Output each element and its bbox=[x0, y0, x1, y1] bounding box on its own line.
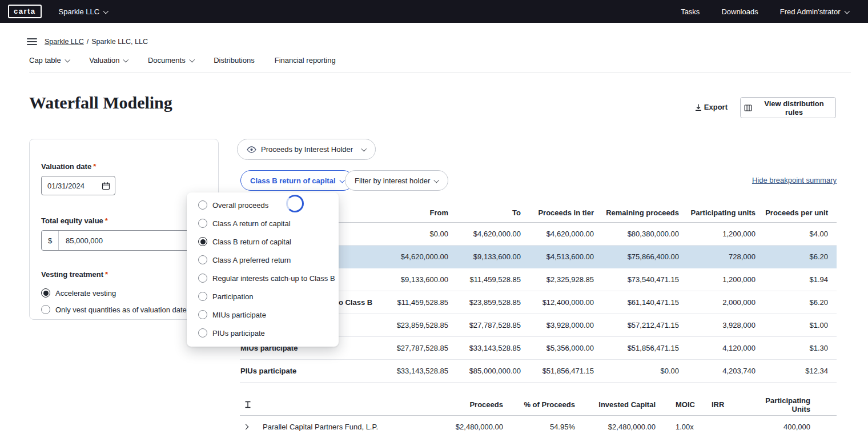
header-to: To bbox=[448, 208, 521, 217]
proceeds-in-tier-cell: $4,513,600.00 bbox=[521, 252, 594, 261]
holder-pct-cell: 54.95% bbox=[503, 423, 575, 431]
breadcrumb-current: Sparkle LLC, LLC bbox=[91, 38, 148, 46]
user-name: Fred Admin'strator bbox=[780, 7, 841, 16]
currency-prefix: $ bbox=[42, 231, 59, 250]
topbar: carta Sparkle LLC Tasks Downloads Fred A… bbox=[0, 0, 868, 23]
to-cell: $33,143,528.85 bbox=[448, 344, 521, 352]
header-proceeds: Proceeds bbox=[417, 400, 503, 409]
carta-logo[interactable]: carta bbox=[8, 5, 42, 18]
valuation-date-value: 01/31/2024 bbox=[47, 182, 85, 190]
proceeds-per-unit-cell: $4.00 bbox=[756, 230, 837, 238]
breadcrumb: Sparkle LLC / Sparkle LLC, LLC bbox=[27, 38, 148, 46]
menu-option-label: Class B return of capital bbox=[212, 238, 291, 246]
remaining-proceeds-cell: $61,140,471.15 bbox=[594, 298, 679, 307]
chevron-down-icon bbox=[103, 8, 108, 13]
proceeds-per-unit-cell: $1.00 bbox=[756, 321, 837, 329]
breakpoint-row[interactable]: PIUs participate $33,143,528.85 $85,000,… bbox=[240, 360, 837, 383]
vesting-treatment-label: Vesting treatment* bbox=[41, 270, 207, 279]
expand-row-icon[interactable] bbox=[243, 424, 249, 430]
chevron-down-icon bbox=[434, 177, 439, 182]
nav-item[interactable]: Cap table bbox=[29, 56, 69, 65]
header-pct-of-proceeds: % of Proceeds bbox=[503, 400, 575, 409]
menu-option[interactable]: Class A return of capital bbox=[187, 214, 339, 232]
user-menu[interactable]: Fred Admin'strator bbox=[780, 7, 849, 16]
remaining-proceeds-cell: $75,866,400.00 bbox=[594, 252, 679, 261]
valuation-date-label: Valuation date* bbox=[41, 162, 207, 171]
proceeds-per-unit-cell: $1.30 bbox=[756, 344, 837, 352]
nav-divider bbox=[29, 73, 851, 73]
remaining-proceeds-cell: $57,212,471.15 bbox=[594, 321, 679, 329]
nav-item-label: Distributions bbox=[214, 56, 255, 65]
breakpoint-dropdown[interactable]: Class B return of capital bbox=[240, 170, 353, 191]
company-switcher[interactable]: Sparkle LLC bbox=[59, 7, 108, 16]
header-from: From bbox=[337, 208, 448, 217]
menu-option[interactable]: Overall proceeds bbox=[187, 196, 339, 214]
vesting-option[interactable]: Accelerate vesting bbox=[41, 288, 207, 298]
menu-option[interactable]: Class A preferred return bbox=[187, 251, 339, 269]
view-distribution-rules-button[interactable]: View distribution rules bbox=[740, 97, 836, 118]
menu-option[interactable]: Class B return of capital bbox=[187, 232, 339, 251]
download-icon bbox=[694, 103, 702, 111]
tasks-link[interactable]: Tasks bbox=[681, 7, 700, 16]
vesting-option[interactable]: Only vest quantities as of valuation dat… bbox=[41, 305, 207, 314]
radio-icon bbox=[41, 288, 50, 298]
proceeds-in-tier-cell: $5,356,000.00 bbox=[521, 344, 594, 352]
nav-item[interactable]: Documents bbox=[148, 56, 194, 65]
nav-item-label: Financial reporting bbox=[275, 56, 336, 65]
holder-units-cell: 400,000 bbox=[748, 423, 837, 431]
radio-icon bbox=[41, 305, 50, 314]
holder-proceeds-cell: $2,480,000.00 bbox=[417, 423, 503, 431]
breadcrumb-link[interactable]: Sparkle LLC bbox=[45, 38, 84, 46]
expand-rows-icon[interactable] bbox=[244, 401, 252, 408]
nav-item-label: Valuation bbox=[89, 56, 119, 65]
participating-units-cell: 728,000 bbox=[679, 252, 756, 261]
total-equity-label: Total equity value* bbox=[41, 216, 207, 225]
header-participating-units: Participating units bbox=[679, 208, 756, 217]
radio-icon bbox=[198, 219, 207, 228]
remaining-proceeds-cell: $80,380,000.00 bbox=[594, 230, 679, 238]
holder-row[interactable]: Parallel Capital Partners Fund, L.P. $2,… bbox=[240, 416, 837, 434]
chevron-down-icon bbox=[844, 8, 849, 13]
required-asterisk: * bbox=[105, 270, 108, 279]
from-cell: $9,133,600.00 bbox=[337, 275, 448, 284]
proceeds-in-tier-cell: $12,400,000.00 bbox=[521, 298, 594, 307]
nav-item[interactable]: Financial reporting bbox=[275, 56, 336, 65]
filter-dropdown[interactable]: Filter by interest holder bbox=[345, 170, 448, 191]
nav-item[interactable]: Valuation bbox=[89, 56, 128, 65]
proceeds-in-tier-cell: $51,856,471.15 bbox=[521, 367, 594, 375]
export-button[interactable]: Export bbox=[694, 103, 728, 111]
radio-icon bbox=[198, 292, 207, 301]
nav-item[interactable]: Distributions bbox=[214, 56, 255, 65]
downloads-link[interactable]: Downloads bbox=[721, 7, 758, 16]
breadcrumb-separator: / bbox=[87, 38, 89, 46]
calendar-icon[interactable] bbox=[102, 182, 110, 190]
section-nav: Cap table Valuation Documents Distributi… bbox=[29, 56, 336, 65]
chevron-down-icon bbox=[65, 57, 70, 62]
holders-table-body: Parallel Capital Partners Fund, L.P. $2,… bbox=[240, 416, 837, 434]
hide-breakpoint-summary-link[interactable]: Hide breakpoint summary bbox=[752, 176, 837, 184]
menu-option[interactable]: Participation bbox=[187, 287, 339, 306]
page-title: Waterfall Modeling bbox=[29, 93, 172, 112]
to-cell: $4,620,000.00 bbox=[448, 230, 521, 238]
radio-icon bbox=[198, 328, 207, 337]
proceeds-view-label: Proceeds by Interest Holder bbox=[261, 145, 353, 154]
radio-icon bbox=[198, 310, 207, 319]
loading-spinner bbox=[286, 195, 304, 212]
menu-option-label: Class A return of capital bbox=[212, 219, 291, 228]
breakpoint-options-menu: Overall proceeds Class A return of capit… bbox=[187, 192, 339, 347]
menu-option[interactable]: MIUs participate bbox=[187, 306, 339, 324]
company-name: Sparkle LLC bbox=[59, 7, 100, 16]
chevron-down-icon bbox=[361, 146, 367, 151]
menu-option[interactable]: Regular interests catch-up to Class B bbox=[187, 269, 339, 287]
header-proceeds-in-tier: Proceeds in tier bbox=[521, 208, 594, 217]
menu-option[interactable]: PIUs participate bbox=[187, 324, 339, 342]
total-equity-input[interactable]: $ 85,000,000 bbox=[41, 230, 208, 251]
proceeds-view-dropdown[interactable]: Proceeds by Interest Holder bbox=[237, 139, 376, 160]
valuation-date-input[interactable]: 01/31/2024 bbox=[41, 176, 115, 195]
menu-icon[interactable] bbox=[27, 38, 37, 45]
breakpoint-name-cell: PIUs participate bbox=[240, 367, 337, 375]
app-root: carta Sparkle LLC Tasks Downloads Fred A… bbox=[0, 0, 868, 434]
to-cell: $11,459,528.85 bbox=[448, 275, 521, 284]
view-distribution-rules-label: View distribution rules bbox=[756, 99, 832, 116]
required-asterisk: * bbox=[93, 162, 96, 171]
